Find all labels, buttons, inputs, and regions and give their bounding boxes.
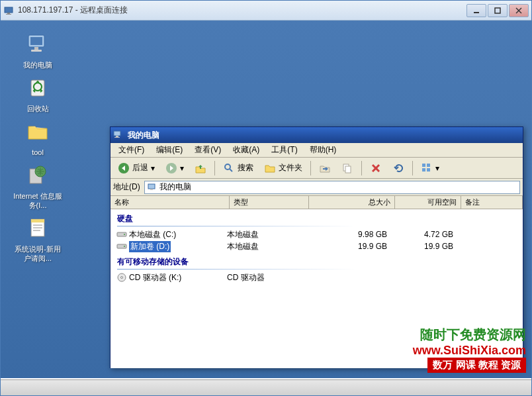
delete-icon: [370, 162, 382, 174]
chevron-down-icon: ▾: [180, 164, 184, 173]
up-folder-icon: [195, 162, 206, 174]
col-freespace[interactable]: 可用空间: [395, 196, 461, 209]
disk-icon: [116, 242, 128, 250]
label: 系统说明-新用户请阅...: [13, 244, 63, 264]
svg-rect-8: [30, 37, 42, 45]
svg-rect-4: [495, 8, 500, 13]
desktop-icon-readme[interactable]: 系统说明-新用户请阅...: [13, 215, 63, 264]
moveto-button[interactable]: [314, 160, 335, 176]
watermark-line2: www.SuiShiXia.com: [413, 344, 526, 358]
svg-rect-1: [7, 13, 10, 14]
svg-rect-33: [427, 168, 430, 172]
drive-d[interactable]: 新加卷 (D:) 本地磁盘 19.9 GB 19.9 GB: [111, 240, 523, 252]
up-button[interactable]: [190, 160, 211, 176]
address-value: 我的电脑: [159, 181, 191, 193]
minimize-button[interactable]: [466, 4, 486, 17]
svg-rect-19: [114, 131, 120, 136]
svg-rect-32: [422, 168, 425, 172]
svg-rect-0: [5, 7, 13, 13]
svg-rect-31: [427, 164, 430, 167]
chevron-down-icon: ▾: [151, 164, 155, 173]
svg-point-24: [225, 164, 230, 170]
label: 回收站: [13, 104, 63, 113]
remote-desktop[interactable]: 我的电脑 回收站 tool Internet 信息服务(I... 系统说明-新用: [1, 21, 531, 378]
address-label: 地址(D): [113, 181, 140, 193]
search-button[interactable]: 搜索: [218, 160, 258, 176]
forward-button[interactable]: ▾: [161, 160, 189, 176]
copyto-button[interactable]: [337, 160, 358, 176]
menu-view[interactable]: 查看(V): [189, 143, 226, 157]
moveto-icon: [319, 162, 331, 174]
group-harddisk: 硬盘: [111, 209, 523, 228]
group-removable: 有可移动存储的设备: [111, 252, 523, 272]
search-icon: [223, 162, 235, 174]
watermark: 随时下免费资源网 www.SuiShiXia.com 数万 网课 教程 资源: [413, 326, 526, 373]
back-icon: [118, 162, 130, 174]
address-field[interactable]: 我的电脑: [144, 181, 520, 194]
svg-point-37: [124, 234, 125, 235]
computer-icon: [24, 31, 51, 58]
rdp-window: 108.171.197.17 - 远程桌面连接 我的电脑 回收站 tool: [0, 0, 532, 396]
desktop-icon-tool[interactable]: tool: [13, 119, 63, 157]
svg-rect-34: [148, 184, 155, 189]
menu-file[interactable]: 文件(F): [113, 143, 150, 157]
copyto-icon: [341, 162, 353, 174]
label: Internet 信息服务(I...: [13, 191, 63, 211]
text-file-icon: [24, 215, 51, 242]
drive-k[interactable]: CD 驱动器 (K:) CD 驱动器: [111, 272, 523, 283]
close-button[interactable]: [509, 4, 529, 17]
explorer-titlebar[interactable]: 我的电脑: [111, 127, 523, 143]
views-icon: [421, 162, 433, 174]
drive-c[interactable]: 本地磁盘 (C:) 本地磁盘 9.98 GB 4.72 GB: [111, 228, 523, 240]
desktop-icon-recycle[interactable]: 回收站: [13, 75, 63, 113]
cd-icon: [116, 272, 128, 283]
chevron-down-icon: ▾: [435, 164, 439, 173]
svg-point-41: [121, 277, 123, 279]
svg-rect-35: [150, 189, 153, 190]
maximize-button[interactable]: [488, 4, 508, 17]
svg-rect-9: [34, 47, 38, 50]
col-name[interactable]: 名称: [111, 196, 230, 209]
toolbar: 后退 ▾ ▾ 搜索 文件夹: [111, 158, 523, 179]
svg-point-39: [124, 246, 125, 247]
menu-tools[interactable]: 工具(T): [266, 143, 302, 157]
menu-edit[interactable]: 编辑(E): [151, 143, 188, 157]
computer-icon: [113, 130, 124, 140]
folder-icon: [264, 162, 276, 174]
folders-button[interactable]: 文件夹: [259, 160, 307, 176]
watermark-line3: 数万 网课 教程 资源: [427, 358, 526, 373]
iis-icon: [24, 162, 51, 189]
watermark-line1: 随时下免费资源网: [413, 326, 526, 344]
folder-icon: [24, 119, 51, 145]
views-button[interactable]: ▾: [416, 160, 444, 176]
label: tool: [13, 148, 63, 157]
svg-rect-27: [345, 166, 351, 173]
svg-rect-30: [422, 164, 425, 167]
svg-rect-15: [31, 219, 44, 223]
svg-rect-11: [31, 80, 44, 96]
col-totalsize[interactable]: 总大小: [309, 196, 395, 209]
col-comments[interactable]: 备注: [461, 196, 523, 209]
undo-icon: [392, 162, 404, 174]
desktop-icon-iis[interactable]: Internet 信息服务(I...: [13, 162, 63, 211]
col-type[interactable]: 类型: [230, 196, 309, 209]
desktop-icon-mycomputer[interactable]: 我的电脑: [13, 31, 63, 70]
rdp-title: 108.171.197.17 - 远程桌面连接: [18, 5, 128, 16]
address-bar: 地址(D) 我的电脑: [111, 179, 523, 196]
undo-button[interactable]: [388, 160, 409, 176]
svg-rect-2: [6, 14, 11, 15]
svg-line-25: [230, 169, 232, 172]
svg-rect-20: [116, 136, 118, 137]
statusbar: [1, 379, 531, 395]
menu-help[interactable]: 帮助(H): [304, 143, 342, 157]
explorer-title: 我的电脑: [128, 130, 159, 141]
disk-icon: [116, 230, 128, 238]
label: 我的电脑: [13, 60, 63, 70]
back-button[interactable]: 后退 ▾: [113, 160, 159, 176]
rdp-titlebar: 108.171.197.17 - 远程桌面连接: [1, 1, 531, 21]
menu-favorites[interactable]: 收藏(A): [228, 143, 265, 157]
column-headers: 名称 类型 总大小 可用空间 备注: [111, 196, 523, 209]
delete-button[interactable]: [365, 160, 386, 176]
menu-bar: 文件(F) 编辑(E) 查看(V) 收藏(A) 工具(T) 帮助(H): [111, 143, 523, 158]
recycle-icon: [24, 75, 51, 101]
